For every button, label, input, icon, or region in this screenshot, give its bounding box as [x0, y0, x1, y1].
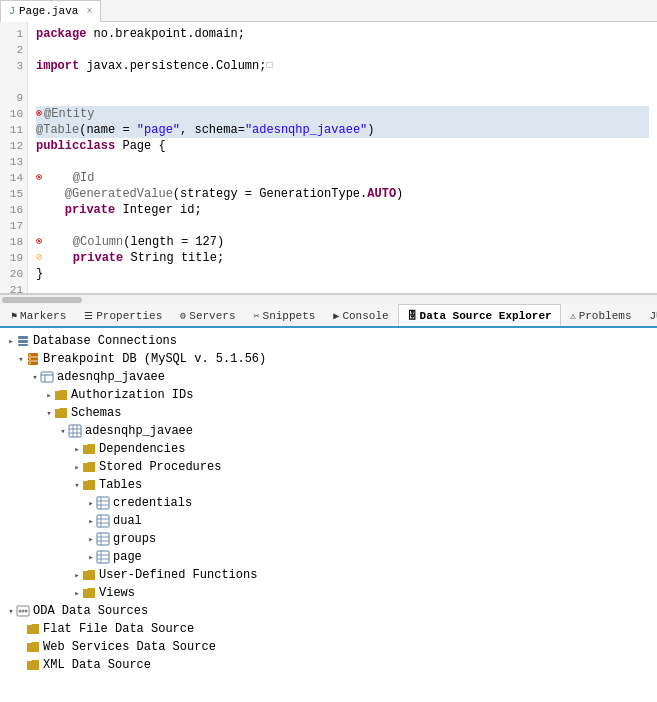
tab-console[interactable]: ▶ Console — [324, 304, 397, 327]
tree-item-page[interactable]: ▸ page — [0, 548, 657, 566]
tab-datasource-label: Data Source Explorer — [420, 310, 552, 322]
udf-label: User-Defined Functions — [99, 568, 257, 582]
tree-item-adesnqhp-schema[interactable]: ▾ adesnqhp_javaee — [0, 422, 657, 440]
arrow-schemas[interactable]: ▾ — [44, 408, 54, 419]
views-label: Views — [99, 586, 135, 600]
code-line-17 — [36, 218, 649, 234]
schema-instance-icon — [40, 370, 54, 384]
tree-item-auth-ids[interactable]: ▸ Authorization IDs — [0, 386, 657, 404]
schemas-label: Schemas — [71, 406, 121, 420]
db-connections-label: Database Connections — [33, 334, 177, 348]
tree-item-dual[interactable]: ▸ dual — [0, 512, 657, 530]
tree-item-xml-data-source[interactable]: XML Data Source — [0, 656, 657, 674]
tree-item-flat-file[interactable]: Flat File Data Source — [0, 620, 657, 638]
svg-point-36 — [25, 610, 28, 613]
tree-item-breakpoint-db[interactable]: ▾ Breakpoint DB (MySQL v. 5.1.56) — [0, 350, 657, 368]
console-icon: ▶ — [333, 310, 339, 322]
folder-icon-deps — [82, 442, 96, 456]
arrow-adesnqhp-instance[interactable]: ▾ — [30, 372, 40, 383]
svg-rect-21 — [97, 515, 109, 527]
arrow-views[interactable]: ▸ — [72, 588, 82, 599]
arrow-auth-ids[interactable]: ▸ — [44, 390, 54, 401]
arrow-oda[interactable]: ▾ — [6, 606, 16, 617]
tree-item-credentials[interactable]: ▸ credentials — [0, 494, 657, 512]
svg-rect-2 — [18, 344, 28, 346]
svg-point-7 — [29, 358, 31, 360]
tab-markers-label: Markers — [20, 310, 66, 322]
arrow-dual[interactable]: ▸ — [86, 516, 96, 527]
tree-item-adesnqhp-instance[interactable]: ▾ adesnqhp_javaee — [0, 368, 657, 386]
tab-problems-label: Problems — [579, 310, 632, 322]
tree-item-dependencies[interactable]: ▸ Dependencies — [0, 440, 657, 458]
db-connections-icon — [16, 334, 30, 348]
server-icon — [26, 352, 40, 366]
arrow-stored-procedures[interactable]: ▸ — [72, 462, 82, 473]
java-file-icon: J — [9, 6, 15, 17]
arrow-groups[interactable]: ▸ — [86, 534, 96, 545]
editor-tab-page-java[interactable]: J Page.java × — [0, 0, 101, 22]
stored-procedures-label: Stored Procedures — [99, 460, 221, 474]
tree-item-tables[interactable]: ▾ Tables — [0, 476, 657, 494]
problems-icon: ⚠ — [570, 310, 576, 322]
tab-junit[interactable]: JU — [640, 304, 657, 327]
code-line-1: package no.breakpoint.domain; — [36, 26, 649, 42]
arrow-udf[interactable]: ▸ — [72, 570, 82, 581]
code-line-13 — [36, 154, 649, 170]
arrow-dependencies[interactable]: ▸ — [72, 444, 82, 455]
tree-item-groups[interactable]: ▸ groups — [0, 530, 657, 548]
tab-snippets-label: Snippets — [263, 310, 316, 322]
arrow-credentials[interactable]: ▸ — [86, 498, 96, 509]
tab-servers-label: Servers — [189, 310, 235, 322]
code-line-16: private Integer id; — [36, 202, 649, 218]
folder-icon-flat-file — [26, 622, 40, 636]
code-line-14: ⊗ @Id — [36, 170, 649, 186]
oda-label: ODA Data Sources — [33, 604, 148, 618]
servers-icon: ⚙ — [180, 310, 186, 322]
code-line-12: public class Page { — [36, 138, 649, 154]
web-services-label: Web Services Data Source — [43, 640, 216, 654]
dual-label: dual — [113, 514, 142, 528]
arrow-page[interactable]: ▸ — [86, 552, 96, 563]
tab-datasource[interactable]: 🗄 Data Source Explorer — [398, 304, 561, 328]
scrollbar-thumb[interactable] — [2, 297, 82, 303]
tree-item-views[interactable]: ▸ Views — [0, 584, 657, 602]
editor-scrollbar-h[interactable] — [0, 294, 657, 304]
svg-point-8 — [29, 362, 31, 364]
code-editor: 1 2 3 9 10 11 12 13 14 15 16 17 18 19 20… — [0, 22, 657, 294]
arrow-adesnqhp-schema[interactable]: ▾ — [58, 426, 68, 437]
tab-snippets[interactable]: ✂ Snippets — [245, 304, 325, 327]
svg-point-35 — [22, 610, 25, 613]
tree-item-oda[interactable]: ▾ ODA Data Sources — [0, 602, 657, 620]
tab-problems[interactable]: ⚠ Problems — [561, 304, 641, 327]
tab-console-label: Console — [342, 310, 388, 322]
line-numbers: 1 2 3 9 10 11 12 13 14 15 16 17 18 19 20… — [0, 22, 28, 293]
arrow-db-connections[interactable]: ▸ — [6, 336, 16, 347]
code-line-2 — [36, 42, 649, 58]
tree-item-udf[interactable]: ▸ User-Defined Functions — [0, 566, 657, 584]
groups-label: groups — [113, 532, 156, 546]
tab-markers[interactable]: ⚑ Markers — [2, 304, 75, 327]
table-icon-page — [96, 550, 110, 564]
tab-properties-label: Properties — [96, 310, 162, 322]
tree-item-web-services[interactable]: Web Services Data Source — [0, 638, 657, 656]
tab-servers[interactable]: ⚙ Servers — [171, 304, 244, 327]
svg-rect-29 — [97, 551, 109, 563]
tables-label: Tables — [99, 478, 142, 492]
tree-item-stored-procedures[interactable]: ▸ Stored Procedures — [0, 458, 657, 476]
code-text[interactable]: package no.breakpoint.domain; import jav… — [28, 22, 657, 293]
tab-close-icon[interactable]: × — [86, 6, 92, 17]
tree-container[interactable]: ▸ Database Connections ▾ Breakpoint DB (… — [0, 328, 657, 702]
snippets-icon: ✂ — [254, 310, 260, 322]
arrow-breakpoint-db[interactable]: ▾ — [16, 354, 26, 365]
auth-ids-label: Authorization IDs — [71, 388, 193, 402]
code-line-10: ⊗@Entity — [36, 106, 649, 122]
svg-rect-25 — [97, 533, 109, 545]
code-line-9 — [36, 90, 649, 106]
tab-properties[interactable]: ☰ Properties — [75, 304, 171, 327]
page-label: page — [113, 550, 142, 564]
editor-tab-label: Page.java — [19, 5, 78, 17]
arrow-tables[interactable]: ▾ — [72, 480, 82, 491]
tree-item-schemas[interactable]: ▾ Schemas — [0, 404, 657, 422]
code-line-18: ⊗ @Column(length = 127) — [36, 234, 649, 250]
tree-item-db-connections[interactable]: ▸ Database Connections — [0, 332, 657, 350]
